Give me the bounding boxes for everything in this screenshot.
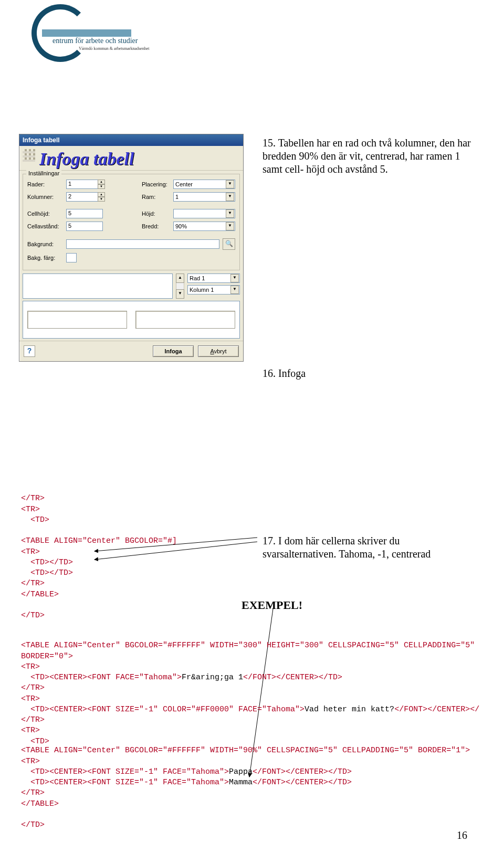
bg-label: Bakgrund: — [27, 241, 63, 247]
dialog-heading: Infoga tabell — [19, 146, 243, 171]
cols-label: Kolumner: — [27, 194, 63, 200]
code-snippet-3: <TABLE ALIGN="Center" BGCOLOR="#FFFFFF" … — [21, 735, 483, 830]
insert-table-dialog: Infoga tabell Infoga tabell Inställninga… — [19, 134, 244, 362]
width-select[interactable]: 90% ▼ — [173, 222, 235, 231]
table-icon — [23, 149, 35, 162]
placement-select[interactable]: Center ▼ — [173, 180, 235, 189]
preview-cell — [135, 311, 235, 329]
bgcolor-swatch[interactable] — [66, 253, 77, 262]
row-select[interactable]: Rad 1 ▼ — [187, 274, 240, 283]
scroll-up-icon[interactable]: ▲ — [176, 274, 184, 283]
col-select-value: Kolumn 1 — [190, 287, 214, 293]
frame-value: 1 — [175, 194, 178, 200]
logo-skyline — [42, 29, 131, 37]
bgcolor-label: Bakg. färg: — [27, 255, 63, 261]
height-select[interactable]: ▼ — [173, 209, 235, 218]
dialog-heading-text: Infoga tabell — [39, 149, 134, 169]
bg-input[interactable] — [66, 239, 219, 249]
browse-bg-button[interactable]: 🔍 — [223, 238, 235, 250]
insert-button[interactable]: Infoga — [153, 345, 194, 357]
rows-spin-up[interactable]: ▲ — [98, 180, 105, 184]
code-snippet-2: <TABLE ALIGN="Center" BGCOLOR="#FFFFFF" … — [21, 630, 483, 747]
cell-list-scrollbar[interactable]: ▲ ▼ — [176, 274, 184, 299]
frame-label: Ram: — [142, 194, 170, 200]
cellspace-input[interactable]: 5 — [66, 222, 103, 231]
dialog-title: Infoga tabell — [23, 136, 60, 144]
search-icon: 🔍 — [225, 240, 233, 247]
width-value: 90% — [175, 223, 187, 229]
col-select[interactable]: Kolumn 1 ▼ — [187, 285, 240, 294]
scroll-down-icon[interactable]: ▼ — [176, 289, 184, 299]
cellspace-label: Cellavstånd: — [27, 223, 63, 229]
page-number: 16 — [457, 829, 467, 842]
help-icon: ? — [27, 346, 32, 355]
width-label: Bredd: — [142, 223, 170, 229]
logo-subtext: Värmdö kommun & arbetsmarknadsenhet — [79, 46, 158, 51]
chevron-down-icon: ▼ — [226, 209, 234, 218]
cell-list[interactable] — [23, 274, 173, 299]
table-preview — [23, 301, 240, 339]
example-heading: EXEMPEL! — [242, 598, 302, 612]
settings-group: Inställningar Rader: 1 ▲ ▼ — [23, 174, 240, 270]
step-17-text: 17. I dom här cellerna skriver du svarsa… — [262, 534, 472, 561]
code-snippet-1: </TR> <TR> <TD> <TABLE ALIGN="Center" BG… — [21, 483, 231, 621]
height-label: Höjd: — [142, 211, 170, 217]
cancel-button[interactable]: Avbryt — [198, 345, 239, 357]
preview-cell — [27, 311, 127, 329]
logo-text: entrum för arbete och studier — [52, 37, 158, 45]
chevron-down-icon: ▼ — [226, 222, 234, 230]
rows-label: Rader: — [27, 181, 63, 187]
scroll-track[interactable] — [176, 283, 184, 289]
placement-label: Placering: — [142, 181, 170, 187]
row-select-value: Rad 1 — [190, 275, 205, 281]
chevron-down-icon: ▼ — [230, 274, 239, 282]
placement-value: Center — [175, 181, 193, 187]
settings-group-label: Inställningar — [26, 170, 61, 176]
cellheight-input[interactable]: 5 — [66, 209, 103, 218]
cols-spin-down[interactable]: ▼ — [98, 197, 105, 202]
chevron-down-icon: ▼ — [226, 180, 234, 188]
cols-spin-up[interactable]: ▲ — [98, 192, 105, 197]
cellheight-label: Cellhöjd: — [27, 211, 63, 217]
cols-input[interactable]: 2 — [66, 192, 98, 202]
step-16-text: 16. Infoga — [262, 367, 306, 380]
step-15-text: 15. Tabellen har en rad och två kolumner… — [262, 136, 472, 176]
help-button[interactable]: ? — [24, 345, 35, 357]
rows-spin-down[interactable]: ▼ — [98, 184, 105, 189]
logo: entrum för arbete och studier Värmdö kom… — [32, 4, 147, 62]
chevron-down-icon: ▼ — [230, 286, 239, 294]
frame-select[interactable]: 1 ▼ — [173, 192, 235, 202]
dialog-titlebar[interactable]: Infoga tabell — [19, 134, 243, 146]
rows-input[interactable]: 1 — [66, 180, 98, 189]
chevron-down-icon: ▼ — [226, 193, 234, 201]
